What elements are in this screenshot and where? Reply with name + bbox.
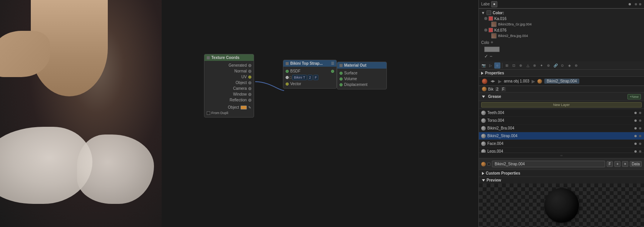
texture2-row: Bikini2_Bra.jpg.004	[481, 33, 642, 39]
uv-label: UV	[207, 75, 247, 79]
material-slot[interactable]: Bikini2_Strap.004	[492, 161, 605, 167]
color-swatch-1[interactable]	[484, 47, 500, 52]
color-swatches	[481, 46, 642, 53]
bsdf-label: BSDF	[290, 69, 330, 73]
bra-render	[639, 127, 641, 129]
bikini-collapse-icon[interactable]	[286, 62, 289, 65]
object-text-label: Object	[207, 105, 239, 109]
material-out-node[interactable]: Material Out Surface Volume Displacement	[337, 62, 387, 89]
color-section-header: ▼	[481, 11, 485, 15]
modifier-icon[interactable]: ⊗	[532, 62, 538, 69]
torso-vis	[634, 119, 637, 122]
checkmark-icon: ✓	[484, 54, 488, 59]
bik-label: Bik	[488, 87, 493, 91]
new-btn[interactable]: +New	[627, 94, 641, 99]
teeth-icon	[481, 111, 486, 115]
nav-arrows[interactable]: ◀▶	[490, 78, 496, 84]
bik-flag: F	[501, 87, 505, 91]
camera-label: Camera	[207, 86, 247, 91]
strap-icon	[481, 134, 486, 138]
outliner-item-torso[interactable]: Torso.004	[479, 117, 644, 124]
matout-collapse-icon[interactable]	[340, 64, 343, 67]
nav-sep: ▶	[498, 79, 502, 84]
from-dupli-row[interactable]: From Dupli	[204, 110, 254, 116]
bottom-sphere-icon	[481, 162, 486, 166]
outliner-item-teeth[interactable]: Teeth.004	[479, 109, 644, 117]
matout-title: Material Out	[344, 63, 366, 67]
bikini-menu-icon[interactable]: ☰	[331, 62, 334, 66]
kd-vis-dot	[484, 29, 487, 32]
label-text: Labe	[481, 2, 490, 6]
displacement-label: Displacement	[344, 82, 384, 87]
from-dupli-checkbox[interactable]	[207, 111, 210, 115]
outliner-item-face[interactable]: Face.004	[479, 140, 644, 148]
scene-prop-icon[interactable]: ⊡	[511, 62, 517, 69]
face-vis	[634, 143, 637, 145]
properties-triangle	[481, 72, 483, 75]
close-btn[interactable]: ×	[622, 161, 628, 167]
outliner-item-strap[interactable]: Bikini2_Strap.004	[479, 132, 644, 140]
prop-toolbar: 📷 ▷ ○ ⊞ ⊡ ⊕ △ ⊗ ✦ ⊚ 🔗 ⊙ ◈ ⊛	[479, 61, 644, 70]
data-icon[interactable]: ◈	[566, 62, 572, 69]
bsdf-out-socket	[331, 70, 334, 73]
strap-render	[639, 135, 641, 137]
material-prop-icon[interactable]: ○	[494, 62, 500, 69]
face-icon	[481, 141, 486, 146]
constraint-icon[interactable]: 🔗	[552, 62, 559, 69]
vector-label: Vector	[290, 82, 334, 86]
object-data-icon[interactable]: △	[525, 62, 531, 69]
vis-dot-1	[629, 3, 631, 5]
label-icon-btn[interactable]: ■	[491, 1, 497, 7]
object-constraint-icon[interactable]: ⊙	[559, 62, 565, 69]
extra-icon[interactable]: ⊛	[573, 62, 579, 69]
ka-icon	[488, 16, 493, 21]
new-layer-button[interactable]: New Layer	[481, 102, 642, 108]
torso-label: Torso.004	[487, 118, 632, 123]
viewport-3d[interactable]	[0, 0, 162, 227]
texture2-thumb	[491, 33, 497, 39]
bikini-img-icon: □	[289, 76, 291, 79]
legs-label: Legs.004	[487, 149, 632, 153]
plus-btn[interactable]: +	[614, 161, 621, 167]
bik-num: 2	[495, 87, 500, 91]
grease-header-row: Grease +New	[479, 92, 644, 101]
object-socket-out	[248, 81, 251, 84]
camera-socket	[248, 87, 251, 90]
outliner-item-bra[interactable]: Bikini2_Bra.004	[479, 124, 644, 132]
vector-in-socket	[286, 82, 289, 86]
texture1-label: Bikini2Bra_Gr.jpg.004	[498, 22, 532, 26]
teeth-render	[639, 112, 641, 114]
particles-icon[interactable]: ✦	[539, 62, 545, 69]
separator-row: ═	[479, 153, 644, 158]
material-sphere-icon	[537, 79, 542, 84]
normal-label: Normal	[207, 69, 247, 73]
physics-icon[interactable]: ⊚	[545, 62, 552, 69]
custom-props-triangle	[482, 172, 484, 175]
pencil-icon[interactable]: ✎	[248, 106, 251, 109]
node-editor[interactable]: Texture Coords Generated Normal UV Objec…	[162, 0, 478, 227]
color-checkbox[interactable]	[487, 10, 491, 15]
data-btn[interactable]: Data	[630, 161, 642, 167]
world-prop-icon[interactable]: ⊕	[518, 62, 524, 69]
node-collapse-icon[interactable]	[207, 56, 210, 59]
texture1-row: Bikini2Bra_Gr.jpg.004	[481, 21, 642, 27]
texture-coords-node[interactable]: Texture Coords Generated Normal UV Objec…	[204, 54, 254, 118]
minus-icon: −	[490, 54, 492, 59]
plus-icon[interactable]: +	[491, 40, 493, 45]
plus-new-label: +New	[630, 95, 639, 99]
obj-prop-icon[interactable]: ▷	[487, 62, 493, 69]
outliner-item-legs[interactable]: Legs.004	[479, 148, 644, 153]
texture1-thumb	[491, 22, 497, 27]
outliner-list[interactable]: Teeth.004 Torso.004 Bikini2_Bra.004 Biki…	[479, 109, 644, 153]
reflection-label: Reflection	[207, 98, 247, 102]
teeth-label: Teeth.004	[487, 111, 632, 115]
flag-btn[interactable]: F	[607, 161, 613, 167]
bikini-top-node[interactable]: Bikini Top Strap... ☰ BSDF □ Bikini T 2 …	[283, 60, 337, 89]
object-color-box[interactable]	[241, 106, 247, 109]
render-prop-icon[interactable]: ⊞	[504, 62, 510, 69]
bra-icon	[481, 126, 486, 131]
bottom-check[interactable]	[487, 163, 490, 166]
camera-prop-icon[interactable]: 📷	[480, 62, 487, 69]
toolbar-divider-1	[502, 63, 502, 68]
teeth-vis	[634, 112, 637, 114]
